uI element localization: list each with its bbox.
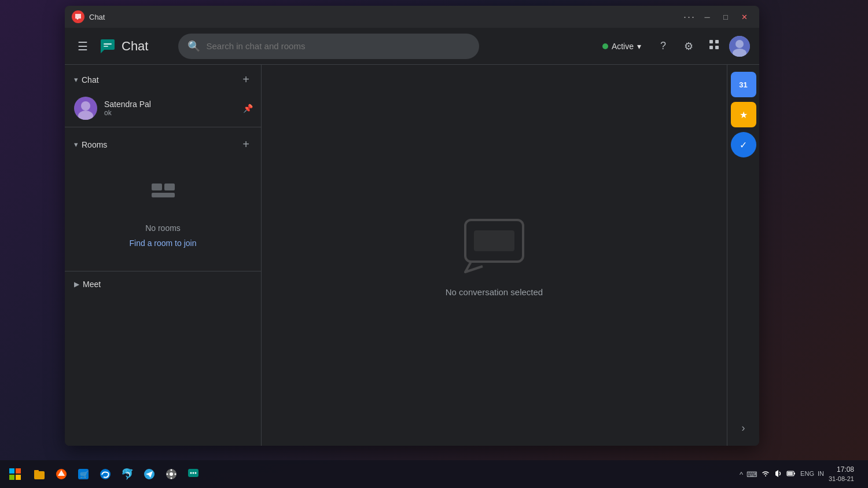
search-bar[interactable]: 🔍: [178, 34, 479, 59]
minimize-button[interactable]: ─: [699, 10, 715, 23]
taskbar-apps: 🛒 🐬: [29, 464, 204, 485]
user-avatar-button[interactable]: [729, 36, 750, 57]
close-button[interactable]: ✕: [736, 10, 752, 23]
right-panel-expand-button[interactable]: ›: [737, 417, 750, 439]
titlebar-more[interactable]: ···: [680, 11, 699, 23]
taskbar-time: 17:08: [829, 465, 854, 475]
empty-state: No conversation selected: [446, 214, 543, 297]
sidebar: ▾ Chat +: [65, 65, 262, 446]
rooms-empty-icon: [149, 180, 177, 213]
rooms-add-button[interactable]: +: [240, 137, 252, 152]
window-title: Chat: [89, 13, 105, 21]
contact-info: Satendra Pal ok: [104, 100, 252, 117]
taskbar-fish[interactable]: 🐬: [117, 464, 138, 485]
svg-rect-20: [16, 475, 21, 480]
svg-rect-13: [164, 184, 175, 190]
taskbar-date: 31-08-21: [829, 475, 854, 483]
find-room-link[interactable]: Find a room to join: [130, 239, 197, 248]
taskbar-battery-icon: [786, 469, 796, 480]
active-status-button[interactable]: Active ▾: [595, 38, 648, 54]
svg-point-30: [170, 472, 173, 476]
help-icon: ?: [660, 40, 666, 52]
search-input[interactable]: [206, 41, 470, 51]
chat-main: No conversation selected: [262, 65, 727, 446]
app-icon: [72, 10, 84, 23]
svg-point-36: [190, 472, 192, 474]
svg-rect-1: [104, 46, 108, 47]
meet-section-header[interactable]: ▶ Meet: [65, 274, 261, 295]
avatar-face: [729, 36, 750, 57]
svg-rect-16: [474, 230, 514, 251]
tasks-icon: ★: [740, 109, 748, 120]
grid-icon: [708, 39, 720, 53]
contact-preview: ok: [104, 109, 252, 117]
grid-button[interactable]: [704, 36, 724, 57]
taskbar-settings[interactable]: [161, 464, 182, 485]
start-button[interactable]: [5, 464, 25, 485]
taskbar-keyboard-icon: ⌨: [746, 470, 757, 479]
help-button[interactable]: ?: [653, 36, 674, 57]
app-name: Chat: [122, 39, 148, 54]
app-window: Chat ··· ─ □ ✕ ☰ Chat: [65, 6, 759, 446]
tasks2-panel-button[interactable]: ✓: [731, 132, 756, 157]
taskbar-wifi-icon: [761, 469, 770, 480]
main-split: ▾ Chat +: [65, 65, 759, 446]
svg-point-34: [175, 474, 176, 475]
meet-section: ▶ Meet: [65, 271, 261, 297]
chat-add-button[interactable]: +: [240, 72, 252, 87]
chat-section-header[interactable]: ▾ Chat +: [65, 65, 261, 92]
calendar-panel-button[interactable]: 31: [731, 72, 756, 97]
tasks-panel-button[interactable]: ★: [731, 102, 756, 127]
header-right: Active ▾ ? ⚙: [595, 36, 750, 57]
rooms-empty-state: No rooms Find a room to join: [65, 157, 261, 271]
search-icon: 🔍: [187, 40, 200, 53]
section-divider: [65, 127, 261, 127]
titlebar: Chat ··· ─ □ ✕: [65, 6, 759, 28]
settings-button[interactable]: ⚙: [678, 36, 699, 57]
svg-point-32: [171, 478, 172, 479]
taskbar-sys-icons: ^ ⌨: [740, 469, 796, 480]
taskbar-chevron[interactable]: ^: [740, 470, 743, 479]
taskbar-edge[interactable]: [95, 464, 116, 485]
chat-item-satendra[interactable]: Satendra Pal ok 📌: [65, 92, 261, 124]
taskbar-chat[interactable]: [183, 464, 204, 485]
calendar-icon: 31: [739, 80, 747, 89]
active-dot: [602, 43, 608, 49]
header: ☰ Chat 🔍 Active: [65, 28, 759, 65]
rooms-chevron-icon: ▾: [74, 140, 78, 149]
svg-rect-0: [104, 43, 112, 45]
locale-label: IN: [818, 470, 824, 478]
svg-rect-19: [9, 475, 14, 480]
svg-point-31: [171, 469, 172, 471]
tasks2-icon: ✓: [740, 140, 747, 151]
svg-marker-39: [775, 470, 778, 477]
chat-logo-icon: [98, 37, 117, 56]
app-body: ☰ Chat 🔍 Active: [65, 28, 759, 446]
taskbar-telegram[interactable]: [139, 464, 160, 485]
contact-name: Satendra Pal: [104, 100, 252, 109]
content-area: ☰ Chat 🔍 Active: [65, 28, 759, 446]
svg-rect-12: [152, 184, 162, 190]
taskbar-volume-icon: [774, 469, 783, 480]
svg-point-7: [735, 40, 744, 48]
rooms-section-header[interactable]: ▾ Rooms +: [65, 130, 261, 157]
svg-rect-17: [9, 468, 14, 474]
svg-rect-3: [715, 40, 719, 43]
meet-section-title: Meet: [83, 280, 101, 289]
taskbar-store[interactable]: 🛒: [73, 464, 94, 485]
active-label: Active: [612, 42, 634, 51]
maximize-button[interactable]: □: [718, 10, 734, 23]
meet-chevron-icon: ▶: [74, 280, 79, 288]
svg-point-10: [81, 101, 90, 111]
svg-rect-4: [709, 46, 713, 49]
svg-rect-22: [34, 470, 39, 472]
pin-icon: 📌: [243, 104, 253, 113]
logo-area: Chat: [98, 37, 148, 56]
hamburger-button[interactable]: ☰: [74, 36, 91, 57]
taskbar-brave[interactable]: [51, 464, 72, 485]
rooms-empty-text: No rooms: [145, 223, 181, 233]
taskbar-explorer[interactable]: [29, 464, 50, 485]
chat-bubble-icon: [459, 214, 529, 278]
svg-rect-5: [715, 46, 719, 49]
right-panel: 31 ★ ✓ ›: [727, 65, 759, 446]
